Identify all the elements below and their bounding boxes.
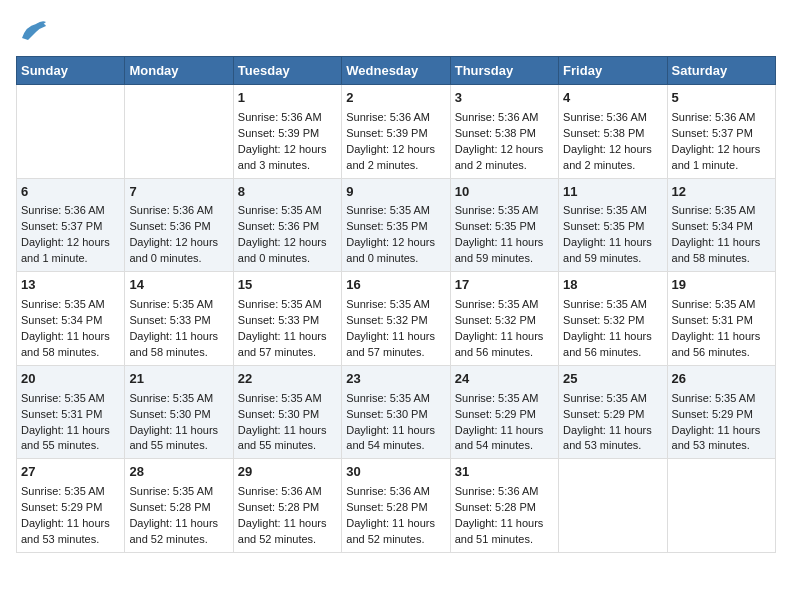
calendar-cell: 18Sunrise: 5:35 AMSunset: 5:32 PMDayligh… xyxy=(559,272,667,366)
sunrise-text: Sunrise: 5:35 AM xyxy=(563,204,647,216)
daylight-text: Daylight: 11 hours and 56 minutes. xyxy=(672,330,761,358)
daylight-text: Daylight: 12 hours and 3 minutes. xyxy=(238,143,327,171)
daylight-text: Daylight: 11 hours and 52 minutes. xyxy=(129,517,218,545)
calendar-cell: 31Sunrise: 5:36 AMSunset: 5:28 PMDayligh… xyxy=(450,459,558,553)
day-number: 1 xyxy=(238,89,337,108)
sunset-text: Sunset: 5:30 PM xyxy=(129,408,210,420)
column-header-saturday: Saturday xyxy=(667,57,775,85)
sunrise-text: Sunrise: 5:35 AM xyxy=(21,485,105,497)
calendar-cell: 6Sunrise: 5:36 AMSunset: 5:37 PMDaylight… xyxy=(17,178,125,272)
column-header-thursday: Thursday xyxy=(450,57,558,85)
sunrise-text: Sunrise: 5:35 AM xyxy=(238,298,322,310)
daylight-text: Daylight: 11 hours and 56 minutes. xyxy=(563,330,652,358)
calendar-cell: 17Sunrise: 5:35 AMSunset: 5:32 PMDayligh… xyxy=(450,272,558,366)
calendar-cell: 11Sunrise: 5:35 AMSunset: 5:35 PMDayligh… xyxy=(559,178,667,272)
daylight-text: Daylight: 12 hours and 0 minutes. xyxy=(129,236,218,264)
day-number: 3 xyxy=(455,89,554,108)
day-number: 26 xyxy=(672,370,771,389)
day-number: 25 xyxy=(563,370,662,389)
sunrise-text: Sunrise: 5:35 AM xyxy=(238,392,322,404)
day-number: 2 xyxy=(346,89,445,108)
sunrise-text: Sunrise: 5:35 AM xyxy=(672,392,756,404)
daylight-text: Daylight: 11 hours and 59 minutes. xyxy=(455,236,544,264)
calendar-cell: 19Sunrise: 5:35 AMSunset: 5:31 PMDayligh… xyxy=(667,272,775,366)
sunset-text: Sunset: 5:28 PM xyxy=(346,501,427,513)
day-number: 7 xyxy=(129,183,228,202)
column-header-friday: Friday xyxy=(559,57,667,85)
calendar-cell: 29Sunrise: 5:36 AMSunset: 5:28 PMDayligh… xyxy=(233,459,341,553)
sunset-text: Sunset: 5:29 PM xyxy=(672,408,753,420)
daylight-text: Daylight: 11 hours and 58 minutes. xyxy=(672,236,761,264)
daylight-text: Daylight: 12 hours and 2 minutes. xyxy=(455,143,544,171)
daylight-text: Daylight: 11 hours and 55 minutes. xyxy=(238,424,327,452)
sunset-text: Sunset: 5:35 PM xyxy=(563,220,644,232)
calendar-cell xyxy=(17,85,125,179)
column-header-tuesday: Tuesday xyxy=(233,57,341,85)
daylight-text: Daylight: 11 hours and 53 minutes. xyxy=(563,424,652,452)
daylight-text: Daylight: 11 hours and 54 minutes. xyxy=(346,424,435,452)
sunrise-text: Sunrise: 5:35 AM xyxy=(129,485,213,497)
sunrise-text: Sunrise: 5:35 AM xyxy=(21,392,105,404)
sunrise-text: Sunrise: 5:35 AM xyxy=(21,298,105,310)
day-number: 13 xyxy=(21,276,120,295)
day-number: 21 xyxy=(129,370,228,389)
week-row: 1Sunrise: 5:36 AMSunset: 5:39 PMDaylight… xyxy=(17,85,776,179)
sunrise-text: Sunrise: 5:36 AM xyxy=(563,111,647,123)
calendar-cell: 2Sunrise: 5:36 AMSunset: 5:39 PMDaylight… xyxy=(342,85,450,179)
page-header xyxy=(16,16,776,48)
day-number: 12 xyxy=(672,183,771,202)
daylight-text: Daylight: 11 hours and 56 minutes. xyxy=(455,330,544,358)
calendar-cell: 8Sunrise: 5:35 AMSunset: 5:36 PMDaylight… xyxy=(233,178,341,272)
daylight-text: Daylight: 11 hours and 57 minutes. xyxy=(346,330,435,358)
daylight-text: Daylight: 11 hours and 52 minutes. xyxy=(238,517,327,545)
sunrise-text: Sunrise: 5:36 AM xyxy=(129,204,213,216)
sunset-text: Sunset: 5:28 PM xyxy=(455,501,536,513)
sunset-text: Sunset: 5:36 PM xyxy=(129,220,210,232)
calendar-cell: 14Sunrise: 5:35 AMSunset: 5:33 PMDayligh… xyxy=(125,272,233,366)
daylight-text: Daylight: 11 hours and 57 minutes. xyxy=(238,330,327,358)
calendar-cell: 1Sunrise: 5:36 AMSunset: 5:39 PMDaylight… xyxy=(233,85,341,179)
sunset-text: Sunset: 5:36 PM xyxy=(238,220,319,232)
sunset-text: Sunset: 5:33 PM xyxy=(238,314,319,326)
daylight-text: Daylight: 11 hours and 53 minutes. xyxy=(672,424,761,452)
sunrise-text: Sunrise: 5:36 AM xyxy=(672,111,756,123)
day-number: 8 xyxy=(238,183,337,202)
day-number: 30 xyxy=(346,463,445,482)
day-number: 4 xyxy=(563,89,662,108)
sunset-text: Sunset: 5:32 PM xyxy=(563,314,644,326)
column-header-wednesday: Wednesday xyxy=(342,57,450,85)
day-number: 24 xyxy=(455,370,554,389)
day-number: 9 xyxy=(346,183,445,202)
day-number: 14 xyxy=(129,276,228,295)
day-number: 23 xyxy=(346,370,445,389)
calendar-cell: 13Sunrise: 5:35 AMSunset: 5:34 PMDayligh… xyxy=(17,272,125,366)
calendar-cell xyxy=(667,459,775,553)
daylight-text: Daylight: 11 hours and 55 minutes. xyxy=(21,424,110,452)
sunrise-text: Sunrise: 5:35 AM xyxy=(346,392,430,404)
calendar-cell: 5Sunrise: 5:36 AMSunset: 5:37 PMDaylight… xyxy=(667,85,775,179)
sunset-text: Sunset: 5:28 PM xyxy=(238,501,319,513)
sunset-text: Sunset: 5:37 PM xyxy=(21,220,102,232)
day-number: 6 xyxy=(21,183,120,202)
sunrise-text: Sunrise: 5:35 AM xyxy=(455,392,539,404)
day-number: 10 xyxy=(455,183,554,202)
calendar-table: SundayMondayTuesdayWednesdayThursdayFrid… xyxy=(16,56,776,553)
sunrise-text: Sunrise: 5:35 AM xyxy=(672,204,756,216)
calendar-cell: 23Sunrise: 5:35 AMSunset: 5:30 PMDayligh… xyxy=(342,365,450,459)
daylight-text: Daylight: 12 hours and 2 minutes. xyxy=(346,143,435,171)
sunrise-text: Sunrise: 5:35 AM xyxy=(129,392,213,404)
sunrise-text: Sunrise: 5:35 AM xyxy=(455,298,539,310)
calendar-cell: 15Sunrise: 5:35 AMSunset: 5:33 PMDayligh… xyxy=(233,272,341,366)
daylight-text: Daylight: 11 hours and 53 minutes. xyxy=(21,517,110,545)
calendar-cell: 30Sunrise: 5:36 AMSunset: 5:28 PMDayligh… xyxy=(342,459,450,553)
day-number: 20 xyxy=(21,370,120,389)
calendar-cell: 27Sunrise: 5:35 AMSunset: 5:29 PMDayligh… xyxy=(17,459,125,553)
sunset-text: Sunset: 5:29 PM xyxy=(455,408,536,420)
sunrise-text: Sunrise: 5:35 AM xyxy=(455,204,539,216)
sunrise-text: Sunrise: 5:35 AM xyxy=(672,298,756,310)
calendar-cell: 7Sunrise: 5:36 AMSunset: 5:36 PMDaylight… xyxy=(125,178,233,272)
daylight-text: Daylight: 11 hours and 59 minutes. xyxy=(563,236,652,264)
daylight-text: Daylight: 11 hours and 58 minutes. xyxy=(129,330,218,358)
sunrise-text: Sunrise: 5:36 AM xyxy=(455,485,539,497)
calendar-cell xyxy=(559,459,667,553)
